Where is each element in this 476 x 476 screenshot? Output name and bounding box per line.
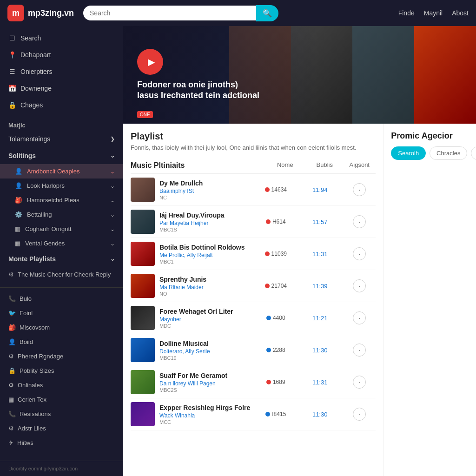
more-button-0[interactable]: ·	[353, 183, 366, 196]
look-label: Look Harloprs	[27, 182, 65, 189]
sidebar-item-search[interactable]: ☐ Search	[0, 30, 123, 46]
music-name-5: Dolline Mlusical	[159, 340, 250, 347]
music-item-5[interactable]: Dolline Mlusical Dolteraro, Ally Serile …	[131, 334, 376, 366]
footer-poblity[interactable]: 🔒 Poblity Sizes	[0, 364, 123, 378]
footer-adstr[interactable]: ⚙ Adstr Liies	[0, 421, 123, 436]
chevron-down-icon-6: ⌄	[110, 226, 115, 232]
music-cat-5: MBC19	[159, 355, 250, 361]
music-item-7[interactable]: Expper Resishleg Hirgs Folre Wack Winahi…	[131, 398, 376, 430]
music-info-4: Foree Wehaget Orl Liter Mayoher MDC	[159, 308, 250, 329]
more-button-3[interactable]: ·	[353, 279, 366, 292]
music-name-0: Dy Me Drullch	[159, 179, 250, 187]
gear5-icon: ⚙	[8, 425, 14, 432]
music-thumb-7	[131, 402, 155, 426]
sidebar-item-onierptiers[interactable]: ☰ Onierptiers	[0, 63, 123, 80]
footer-cerlen[interactable]: ▦ Cerlen Tex	[0, 392, 123, 407]
sidebar-sub-vental[interactable]: ▦ Vental Gendes ⌄	[0, 236, 123, 251]
search-icon: ☐	[8, 34, 16, 42]
solitings-group[interactable]: Solitings ⌄	[0, 147, 123, 164]
twitter-icon: 🐦	[8, 310, 16, 317]
adstr-label: Adstr Liies	[18, 425, 46, 432]
music-item-1[interactable]: Iáj Hreal Duy.Viroupa Par Mayetia Heijhe…	[131, 206, 376, 238]
sidebar-label-onierptiers: Onierptiers	[20, 68, 52, 75]
footer-bulo[interactable]: 📞 Bulo	[0, 291, 123, 306]
music-artist-6[interactable]: Da n llorey Wiill Pagen	[159, 380, 250, 387]
nav-finde[interactable]: Finde	[398, 9, 415, 17]
music-duration-2: 11:31	[301, 251, 338, 258]
banner-overlay: Fodoner roa onie jinoths) Iasus Irechant…	[123, 26, 317, 124]
music-name-6: Suaff For Me Geramot	[159, 372, 250, 379]
footer-hiitws[interactable]: ✈ Hiitws	[0, 436, 123, 450]
music-duration-5: 11:30	[301, 347, 338, 354]
search-input[interactable]	[83, 6, 256, 20]
sidebar-item-dehapoart[interactable]: 📍 Dehapoart	[0, 46, 123, 63]
sidebar-item-tolamentaings[interactable]: Tolamentaings ❯	[0, 131, 123, 147]
tab-chracles[interactable]: Chracles	[430, 146, 467, 160]
music-item-6[interactable]: Suaff For Me Geramot Da n llorey Wiill P…	[131, 366, 376, 398]
nav-abost[interactable]: Abost	[452, 9, 469, 17]
sidebar-item-chages[interactable]: 🔒 Chages	[0, 97, 123, 113]
monte-playlists-group[interactable]: Monte Playlists ⌄	[0, 251, 123, 267]
music-artist-7[interactable]: Wack Winahia	[159, 412, 250, 419]
music-thumb-4	[131, 306, 155, 330]
music-duration-6: 11:31	[301, 379, 338, 386]
music-cat-0: NC	[159, 195, 250, 200]
search-bar: 🔍	[83, 5, 278, 21]
music-item-0[interactable]: Dy Me Drullch Baaimplny ISt NC 14634 11:…	[131, 174, 376, 206]
user-icon: 👤	[15, 168, 22, 175]
music-more-7: ·	[343, 408, 376, 421]
list-col-aigsont: Aigsont	[343, 161, 376, 170]
playlist-item-music-cheer[interactable]: ⚙ The Music Cheer for Cheerk Reply	[0, 267, 123, 282]
music-name-2: Botila Bis Dottinol Roldows	[159, 244, 250, 251]
nav-maynil[interactable]: Maynil	[424, 9, 443, 17]
more-button-7[interactable]: ·	[353, 408, 366, 421]
music-info-3: Sprenthy Junis Ma Rltarie Maider NO	[159, 276, 250, 297]
list-col-title: Music Pltiniaits	[131, 161, 264, 170]
footer-phered[interactable]: ⚙ Phered Rgndage	[0, 349, 123, 364]
more-button-2[interactable]: ·	[353, 247, 366, 260]
music-info-7: Expper Resishleg Hirgs Folre Wack Winahi…	[159, 404, 250, 425]
more-button-6[interactable]: ·	[353, 376, 366, 389]
music-artist-1[interactable]: Par Mayetia Heijher	[159, 220, 250, 226]
music-artist-4[interactable]: Mayoher	[159, 316, 250, 323]
play-dot-0	[265, 187, 270, 192]
music-artist-2[interactable]: Me Prollic, Ally Reijalt	[159, 252, 250, 258]
chevron-down-icon-2: ⌄	[110, 168, 115, 175]
more-button-5[interactable]: ·	[353, 344, 366, 357]
banner-badge: ONE	[137, 111, 153, 118]
banner-play-button[interactable]	[137, 49, 163, 75]
music-item-3[interactable]: Sprenthy Junis Ma Rltarie Maider NO 2170…	[131, 270, 376, 302]
sidebar-sub-amdbonclt[interactable]: 👤 Amdbonclt Oeaples ⌄	[0, 164, 123, 178]
music-plays-0: 14634	[255, 186, 297, 193]
more-button-1[interactable]: ·	[353, 215, 366, 228]
footer-miscovsom[interactable]: 🎒 Miscovsom	[0, 320, 123, 335]
footer-onlinales[interactable]: ⚙ Onlinales	[0, 378, 123, 392]
sidebar-sub-hamorseichd[interactable]: 🎒 Hamorseichd Pleas ⌄	[0, 193, 123, 207]
sidebar-sub-coghanh[interactable]: ▦ Coghanh Orrigntt ⌄	[0, 222, 123, 236]
resisations-label: Resisations	[20, 410, 51, 417]
music-cat-1: MBC1S	[159, 227, 250, 232]
plane-icon: ✈	[8, 439, 13, 446]
playlist-section: Playlist Fonnis, thas ioioly wiith thei …	[123, 124, 383, 476]
music-item-2[interactable]: Botila Bis Dottinol Roldows Me Prollic, …	[131, 238, 376, 270]
tab-searolh[interactable]: Searolh	[391, 146, 426, 160]
music-artist-5[interactable]: Dolteraro, Ally Serile	[159, 348, 250, 355]
location-icon: 📍	[8, 51, 16, 59]
chevron-down-icon: ⌄	[110, 152, 115, 159]
music-artist-3[interactable]: Ma Rltarie Maider	[159, 284, 250, 291]
music-plays-7: I8415	[255, 411, 297, 417]
more-button-4[interactable]: ·	[353, 311, 366, 324]
footer-boiid[interactable]: 👤 Boiid	[0, 335, 123, 349]
footer-resisations[interactable]: 📞 Resisations	[0, 407, 123, 421]
music-item-4[interactable]: Foree Wehaget Orl Liter Mayoher MDC 4400…	[131, 302, 376, 334]
music-artist-0[interactable]: Baaimplny ISt	[159, 188, 250, 194]
search-button[interactable]: 🔍	[256, 5, 278, 21]
sidebar-sub-bettalling[interactable]: ⚙️ Bettalling ⌄	[0, 207, 123, 222]
sidebar-item-downenge[interactable]: 📅 Downenge	[0, 80, 123, 97]
music-plays-1: H614	[255, 218, 297, 225]
music-name-7: Expper Resishleg Hirgs Folre	[159, 404, 250, 411]
music-more-0: ·	[343, 183, 376, 196]
tab-hone[interactable]: Hone	[471, 146, 476, 160]
sidebar-sub-look[interactable]: 👤 Look Harloprs ⌄	[0, 178, 123, 193]
footer-foinl[interactable]: 🐦 Foinl	[0, 306, 123, 320]
